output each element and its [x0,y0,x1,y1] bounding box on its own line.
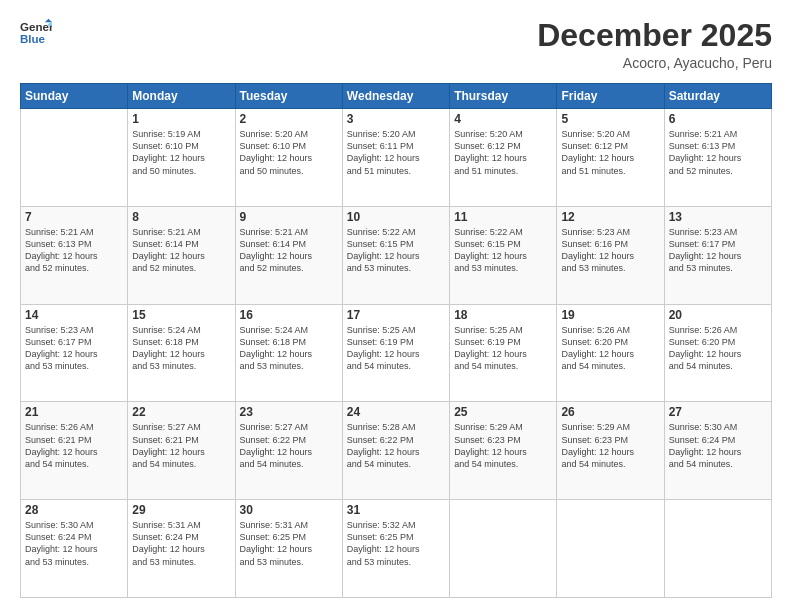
cell-info: Sunrise: 5:20 AM Sunset: 6:12 PM Dayligh… [454,128,552,177]
table-cell: 14Sunrise: 5:23 AM Sunset: 6:17 PM Dayli… [21,304,128,402]
week-row-3: 14Sunrise: 5:23 AM Sunset: 6:17 PM Dayli… [21,304,772,402]
day-number: 30 [240,503,338,517]
table-cell: 21Sunrise: 5:26 AM Sunset: 6:21 PM Dayli… [21,402,128,500]
cell-info: Sunrise: 5:21 AM Sunset: 6:13 PM Dayligh… [669,128,767,177]
svg-text:General: General [20,21,52,33]
day-number: 5 [561,112,659,126]
day-number: 28 [25,503,123,517]
table-cell: 17Sunrise: 5:25 AM Sunset: 6:19 PM Dayli… [342,304,449,402]
day-number: 14 [25,308,123,322]
cell-info: Sunrise: 5:27 AM Sunset: 6:22 PM Dayligh… [240,421,338,470]
table-cell: 6Sunrise: 5:21 AM Sunset: 6:13 PM Daylig… [664,109,771,207]
col-thursday: Thursday [450,84,557,109]
cell-info: Sunrise: 5:21 AM Sunset: 6:14 PM Dayligh… [240,226,338,275]
table-cell: 1Sunrise: 5:19 AM Sunset: 6:10 PM Daylig… [128,109,235,207]
table-cell: 4Sunrise: 5:20 AM Sunset: 6:12 PM Daylig… [450,109,557,207]
table-cell: 20Sunrise: 5:26 AM Sunset: 6:20 PM Dayli… [664,304,771,402]
cell-info: Sunrise: 5:22 AM Sunset: 6:15 PM Dayligh… [454,226,552,275]
day-number: 21 [25,405,123,419]
day-number: 23 [240,405,338,419]
table-cell: 12Sunrise: 5:23 AM Sunset: 6:16 PM Dayli… [557,206,664,304]
day-number: 1 [132,112,230,126]
day-number: 12 [561,210,659,224]
table-cell: 9Sunrise: 5:21 AM Sunset: 6:14 PM Daylig… [235,206,342,304]
table-cell: 23Sunrise: 5:27 AM Sunset: 6:22 PM Dayli… [235,402,342,500]
cell-info: Sunrise: 5:29 AM Sunset: 6:23 PM Dayligh… [561,421,659,470]
cell-info: Sunrise: 5:23 AM Sunset: 6:16 PM Dayligh… [561,226,659,275]
cell-info: Sunrise: 5:21 AM Sunset: 6:13 PM Dayligh… [25,226,123,275]
table-cell: 26Sunrise: 5:29 AM Sunset: 6:23 PM Dayli… [557,402,664,500]
table-cell [21,109,128,207]
col-sunday: Sunday [21,84,128,109]
table-cell: 8Sunrise: 5:21 AM Sunset: 6:14 PM Daylig… [128,206,235,304]
cell-info: Sunrise: 5:27 AM Sunset: 6:21 PM Dayligh… [132,421,230,470]
table-cell [557,500,664,598]
cell-info: Sunrise: 5:26 AM Sunset: 6:20 PM Dayligh… [561,324,659,373]
table-cell: 13Sunrise: 5:23 AM Sunset: 6:17 PM Dayli… [664,206,771,304]
col-monday: Monday [128,84,235,109]
cell-info: Sunrise: 5:20 AM Sunset: 6:12 PM Dayligh… [561,128,659,177]
header: General Blue December 2025 Acocro, Ayacu… [20,18,772,71]
day-number: 22 [132,405,230,419]
day-number: 15 [132,308,230,322]
day-number: 8 [132,210,230,224]
title-block: December 2025 Acocro, Ayacucho, Peru [537,18,772,71]
day-number: 11 [454,210,552,224]
table-cell: 18Sunrise: 5:25 AM Sunset: 6:19 PM Dayli… [450,304,557,402]
table-cell: 28Sunrise: 5:30 AM Sunset: 6:24 PM Dayli… [21,500,128,598]
cell-info: Sunrise: 5:24 AM Sunset: 6:18 PM Dayligh… [132,324,230,373]
week-row-4: 21Sunrise: 5:26 AM Sunset: 6:21 PM Dayli… [21,402,772,500]
cell-info: Sunrise: 5:25 AM Sunset: 6:19 PM Dayligh… [454,324,552,373]
cell-info: Sunrise: 5:23 AM Sunset: 6:17 PM Dayligh… [25,324,123,373]
cell-info: Sunrise: 5:30 AM Sunset: 6:24 PM Dayligh… [25,519,123,568]
calendar-header-row: Sunday Monday Tuesday Wednesday Thursday… [21,84,772,109]
day-number: 19 [561,308,659,322]
day-number: 9 [240,210,338,224]
logo-icon: General Blue [20,18,52,46]
logo: General Blue [20,18,52,46]
table-cell: 10Sunrise: 5:22 AM Sunset: 6:15 PM Dayli… [342,206,449,304]
cell-info: Sunrise: 5:19 AM Sunset: 6:10 PM Dayligh… [132,128,230,177]
cell-info: Sunrise: 5:31 AM Sunset: 6:25 PM Dayligh… [240,519,338,568]
cell-info: Sunrise: 5:28 AM Sunset: 6:22 PM Dayligh… [347,421,445,470]
location: Acocro, Ayacucho, Peru [537,55,772,71]
table-cell: 24Sunrise: 5:28 AM Sunset: 6:22 PM Dayli… [342,402,449,500]
day-number: 27 [669,405,767,419]
calendar-table: Sunday Monday Tuesday Wednesday Thursday… [20,83,772,598]
cell-info: Sunrise: 5:26 AM Sunset: 6:20 PM Dayligh… [669,324,767,373]
day-number: 7 [25,210,123,224]
day-number: 31 [347,503,445,517]
col-wednesday: Wednesday [342,84,449,109]
day-number: 13 [669,210,767,224]
table-cell: 31Sunrise: 5:32 AM Sunset: 6:25 PM Dayli… [342,500,449,598]
day-number: 24 [347,405,445,419]
week-row-5: 28Sunrise: 5:30 AM Sunset: 6:24 PM Dayli… [21,500,772,598]
day-number: 26 [561,405,659,419]
table-cell: 3Sunrise: 5:20 AM Sunset: 6:11 PM Daylig… [342,109,449,207]
table-cell: 19Sunrise: 5:26 AM Sunset: 6:20 PM Dayli… [557,304,664,402]
page: General Blue December 2025 Acocro, Ayacu… [0,0,792,612]
day-number: 4 [454,112,552,126]
table-cell: 30Sunrise: 5:31 AM Sunset: 6:25 PM Dayli… [235,500,342,598]
table-cell: 22Sunrise: 5:27 AM Sunset: 6:21 PM Dayli… [128,402,235,500]
day-number: 20 [669,308,767,322]
cell-info: Sunrise: 5:32 AM Sunset: 6:25 PM Dayligh… [347,519,445,568]
cell-info: Sunrise: 5:21 AM Sunset: 6:14 PM Dayligh… [132,226,230,275]
cell-info: Sunrise: 5:25 AM Sunset: 6:19 PM Dayligh… [347,324,445,373]
day-number: 10 [347,210,445,224]
cell-info: Sunrise: 5:26 AM Sunset: 6:21 PM Dayligh… [25,421,123,470]
day-number: 16 [240,308,338,322]
day-number: 18 [454,308,552,322]
table-cell: 11Sunrise: 5:22 AM Sunset: 6:15 PM Dayli… [450,206,557,304]
cell-info: Sunrise: 5:20 AM Sunset: 6:11 PM Dayligh… [347,128,445,177]
table-cell: 27Sunrise: 5:30 AM Sunset: 6:24 PM Dayli… [664,402,771,500]
cell-info: Sunrise: 5:29 AM Sunset: 6:23 PM Dayligh… [454,421,552,470]
table-cell: 15Sunrise: 5:24 AM Sunset: 6:18 PM Dayli… [128,304,235,402]
table-cell: 25Sunrise: 5:29 AM Sunset: 6:23 PM Dayli… [450,402,557,500]
col-tuesday: Tuesday [235,84,342,109]
cell-info: Sunrise: 5:30 AM Sunset: 6:24 PM Dayligh… [669,421,767,470]
table-cell: 2Sunrise: 5:20 AM Sunset: 6:10 PM Daylig… [235,109,342,207]
cell-info: Sunrise: 5:20 AM Sunset: 6:10 PM Dayligh… [240,128,338,177]
table-cell: 5Sunrise: 5:20 AM Sunset: 6:12 PM Daylig… [557,109,664,207]
month-title: December 2025 [537,18,772,53]
